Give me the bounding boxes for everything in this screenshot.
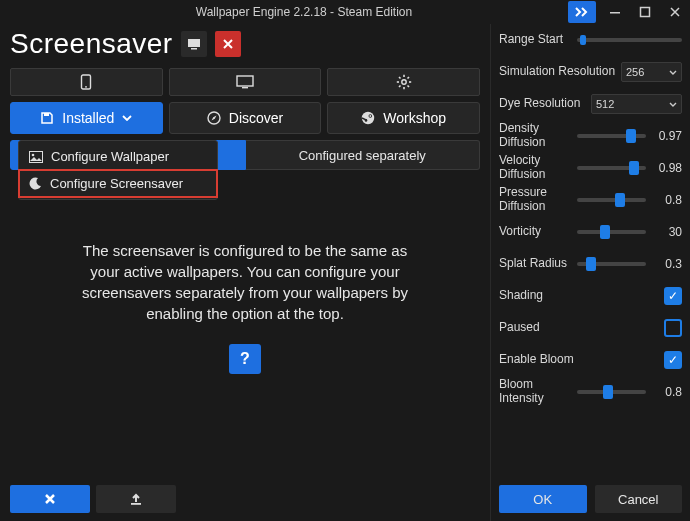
shading-row: Shading ✓ <box>499 280 682 312</box>
velocity-row: Velocity Diffusion 0.98 <box>499 152 682 184</box>
svg-rect-0 <box>610 12 620 14</box>
svg-point-8 <box>401 80 405 84</box>
svg-point-25 <box>32 153 35 156</box>
dialog-buttons: OK Cancel <box>499 485 682 513</box>
window-controls <box>568 1 690 23</box>
titlebar: Wallpaper Engine 2.2.18 - Steam Edition <box>0 0 690 24</box>
density-row: Density Diffusion 0.97 <box>499 120 682 152</box>
minimize-button[interactable] <box>600 1 630 23</box>
gear-icon <box>396 74 412 90</box>
vorticity-slider[interactable] <box>577 230 646 234</box>
svg-rect-7 <box>242 87 248 88</box>
steam-icon <box>361 111 375 125</box>
density-label: Density Diffusion <box>499 122 573 150</box>
workshop-tab[interactable]: Workshop <box>327 102 480 134</box>
range-start-slider[interactable] <box>577 38 682 42</box>
mode-separate[interactable]: Configured separately <box>246 140 481 170</box>
vorticity-row: Vorticity 30 <box>499 216 682 248</box>
dye-res-label: Dye Resolution <box>499 97 587 111</box>
shading-checkbox[interactable]: ✓ <box>664 287 682 305</box>
svg-line-13 <box>399 77 401 79</box>
bloom-row: Enable Bloom ✓ <box>499 344 682 376</box>
range-start-label: Range Start <box>499 33 573 47</box>
sim-res-row: Simulation Resolution 256 <box>499 56 682 88</box>
device-desktop[interactable] <box>169 68 322 96</box>
chevron-down-icon <box>669 70 677 75</box>
svg-line-14 <box>407 86 409 88</box>
close-window-button[interactable] <box>660 1 690 23</box>
upload-icon <box>129 492 143 506</box>
svg-rect-26 <box>131 503 141 505</box>
pressure-row: Pressure Diffusion 0.8 <box>499 184 682 216</box>
svg-rect-6 <box>237 76 253 86</box>
close-screensaver-button[interactable] <box>215 31 241 57</box>
chevron-down-icon <box>669 102 677 107</box>
paused-label: Paused <box>499 321 573 335</box>
configure-screensaver-item[interactable]: Configure Screensaver <box>19 170 217 197</box>
paused-checkbox[interactable] <box>664 319 682 337</box>
device-mobile[interactable] <box>10 68 163 96</box>
splat-row: Splat Radius 0.3 <box>499 248 682 280</box>
dye-res-row: Dye Resolution 512 <box>499 88 682 120</box>
properties-panel: Range Start Simulation Resolution 256 Dy… <box>490 24 690 521</box>
bloom-int-label: Bloom Intensity <box>499 378 573 406</box>
help-button[interactable]: ? <box>229 344 261 374</box>
svg-rect-3 <box>191 48 197 50</box>
bloom-int-slider[interactable] <box>577 390 646 394</box>
splat-label: Splat Radius <box>499 257 573 271</box>
svg-point-21 <box>370 115 372 117</box>
pressure-label: Pressure Diffusion <box>499 186 573 214</box>
save-icon <box>40 111 54 125</box>
mobile-icon <box>80 74 92 90</box>
density-slider[interactable] <box>577 134 646 138</box>
main-panel: Screensaver Installed <box>0 24 490 521</box>
paused-row: Paused <box>499 312 682 344</box>
splat-slider[interactable] <box>577 262 646 266</box>
installed-dropdown: Configure Wallpaper Configure Screensave… <box>18 140 218 200</box>
ok-button[interactable]: OK <box>499 485 587 513</box>
moon-icon <box>29 177 42 190</box>
installed-label: Installed <box>62 110 114 126</box>
svg-rect-17 <box>44 113 49 116</box>
workshop-label: Workshop <box>383 110 446 126</box>
configure-screensaver-label: Configure Screensaver <box>50 176 183 191</box>
bloom-label: Enable Bloom <box>499 353 589 367</box>
velocity-slider[interactable] <box>577 166 646 170</box>
range-start-row: Range Start <box>499 24 682 56</box>
svg-line-15 <box>407 77 409 79</box>
upload-button[interactable] <box>96 485 176 513</box>
compass-icon <box>207 111 221 125</box>
sim-res-select[interactable]: 256 <box>621 62 682 82</box>
window-title: Wallpaper Engine 2.2.18 - Steam Edition <box>0 5 568 19</box>
remove-button[interactable] <box>10 485 90 513</box>
configure-wallpaper-label: Configure Wallpaper <box>51 149 169 164</box>
page-title: Screensaver <box>10 28 173 60</box>
chevron-down-icon <box>122 115 132 121</box>
cancel-button[interactable]: Cancel <box>595 485 683 513</box>
pressure-slider[interactable] <box>577 198 646 202</box>
svg-line-16 <box>399 86 401 88</box>
dye-res-select[interactable]: 512 <box>591 94 682 114</box>
bloom-checkbox[interactable]: ✓ <box>664 351 682 369</box>
vorticity-label: Vorticity <box>499 225 573 239</box>
device-settings[interactable] <box>327 68 480 96</box>
body-text: The screensaver is configured to be the … <box>10 180 480 515</box>
maximize-button[interactable] <box>630 1 660 23</box>
discover-tab[interactable]: Discover <box>169 102 322 134</box>
shading-label: Shading <box>499 289 573 303</box>
svg-rect-1 <box>641 8 650 17</box>
svg-rect-5 <box>85 86 87 87</box>
device-type-row <box>10 68 480 96</box>
monitor-button[interactable] <box>181 31 207 57</box>
image-icon <box>29 151 43 163</box>
filter-row: Installed Discover Workshop Configure Wa… <box>10 102 480 134</box>
svg-rect-2 <box>188 39 200 47</box>
x-icon <box>43 492 57 506</box>
bottom-left-buttons <box>10 485 176 513</box>
desktop-icon <box>236 75 254 89</box>
installed-tab[interactable]: Installed <box>10 102 163 134</box>
sim-res-label: Simulation Resolution <box>499 65 617 79</box>
configure-wallpaper-item[interactable]: Configure Wallpaper <box>19 143 217 170</box>
body-paragraph: The screensaver is configured to be the … <box>75 240 415 324</box>
collapse-panel-button[interactable] <box>568 1 596 23</box>
